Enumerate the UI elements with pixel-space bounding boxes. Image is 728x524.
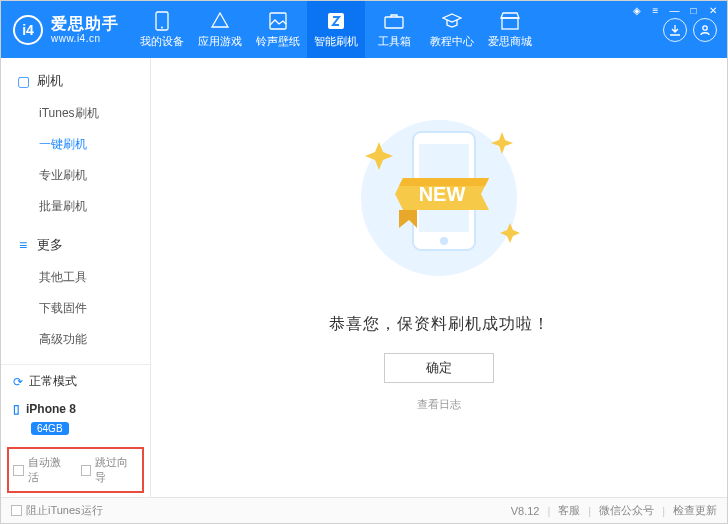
download-icon[interactable]: [663, 18, 687, 42]
refresh-icon: ⟳: [13, 375, 23, 389]
nav-tools[interactable]: 工具箱: [365, 1, 423, 58]
tshirt-icon[interactable]: ◈: [630, 5, 643, 16]
status-bar: 阻止iTunes运行 V8.12 | 客服 | 微信公众号 | 检查更新: [1, 497, 727, 523]
phone-icon: [152, 11, 172, 31]
main-pane: NEW 恭喜您，保资料刷机成功啦！ 确定 查看日志: [151, 58, 727, 497]
nav-apps[interactable]: 应用游戏: [191, 1, 249, 58]
check-update-link[interactable]: 检查更新: [673, 503, 717, 518]
svg-rect-4: [385, 17, 403, 28]
brand-logo[interactable]: i4 爱思助手 www.i4.cn: [1, 1, 133, 58]
phone-outline-icon: ▢: [15, 73, 31, 89]
flash-icon: [326, 11, 346, 31]
nav-devices[interactable]: 我的设备: [133, 1, 191, 58]
top-nav: 我的设备 应用游戏 铃声壁纸 智能刷机 工具箱 教程中心: [133, 1, 653, 58]
sidebar-item-itunes[interactable]: iTunes刷机: [1, 98, 150, 129]
wechat-link[interactable]: 微信公众号: [599, 503, 654, 518]
svg-point-13: [440, 237, 448, 245]
tutorial-icon: [442, 11, 462, 31]
nav-mall[interactable]: 爱思商城: [481, 1, 539, 58]
new-ribbon-text: NEW: [419, 183, 466, 205]
svg-rect-5: [502, 18, 518, 29]
toolbox-icon: [384, 11, 404, 31]
sidebar-section-more[interactable]: ≡ 更多: [1, 230, 150, 260]
flash-options: 自动激活 跳过向导: [7, 447, 144, 493]
success-illustration: NEW: [339, 108, 539, 288]
device-icon: ▯: [13, 402, 20, 416]
app-header: ◈ ≡ — □ ✕ i4 爱思助手 www.i4.cn 我的设备 应用游戏: [1, 1, 727, 58]
window-controls: ◈ ≡ — □ ✕: [630, 5, 719, 16]
version-label: V8.12: [511, 505, 540, 517]
wallpaper-icon: [268, 11, 288, 31]
sidebar-item-oneclick[interactable]: 一键刷机: [1, 129, 150, 160]
minimize-icon[interactable]: —: [668, 5, 681, 16]
ok-button[interactable]: 确定: [384, 353, 494, 383]
sidebar-item-batch[interactable]: 批量刷机: [1, 191, 150, 222]
sidebar: ▢ 刷机 iTunes刷机 一键刷机 专业刷机 批量刷机 ≡ 更多 其他工具 下…: [1, 58, 151, 497]
block-itunes-checkbox[interactable]: 阻止iTunes运行: [11, 503, 103, 518]
user-icon[interactable]: [693, 18, 717, 42]
appstore-icon: [210, 11, 230, 31]
brand-url: www.i4.cn: [51, 33, 119, 45]
mode-status[interactable]: ⟳ 正常模式: [1, 365, 150, 398]
more-icon: ≡: [15, 237, 31, 253]
device-name: iPhone 8: [26, 402, 76, 416]
success-message: 恭喜您，保资料刷机成功啦！: [329, 314, 550, 335]
sidebar-item-download[interactable]: 下载固件: [1, 293, 150, 324]
storage-badge: 64GB: [31, 422, 69, 435]
device-row[interactable]: ▯ iPhone 8: [1, 398, 150, 420]
menu-icon[interactable]: ≡: [649, 5, 662, 16]
view-log-link[interactable]: 查看日志: [417, 397, 461, 412]
brand-name: 爱思助手: [51, 15, 119, 33]
nav-flash[interactable]: 智能刷机: [307, 1, 365, 58]
logo-icon: i4: [13, 15, 43, 45]
nav-ringtone[interactable]: 铃声壁纸: [249, 1, 307, 58]
store-icon: [500, 11, 520, 31]
support-link[interactable]: 客服: [558, 503, 580, 518]
maximize-icon[interactable]: □: [687, 5, 700, 16]
svg-point-6: [703, 25, 707, 29]
sidebar-section-flash[interactable]: ▢ 刷机: [1, 66, 150, 96]
close-icon[interactable]: ✕: [706, 5, 719, 16]
sidebar-item-advanced[interactable]: 高级功能: [1, 324, 150, 355]
nav-tutorial[interactable]: 教程中心: [423, 1, 481, 58]
skip-guide-checkbox[interactable]: 跳过向导: [81, 455, 139, 485]
auto-activate-checkbox[interactable]: 自动激活: [13, 455, 71, 485]
sidebar-item-other[interactable]: 其他工具: [1, 262, 150, 293]
sidebar-item-pro[interactable]: 专业刷机: [1, 160, 150, 191]
svg-point-1: [161, 26, 163, 28]
